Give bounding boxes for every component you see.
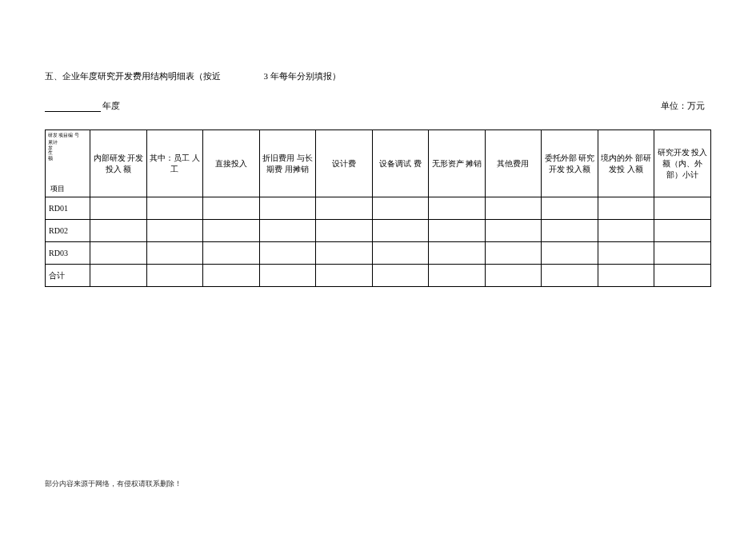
- cell: [146, 220, 203, 242]
- cell: [429, 242, 486, 265]
- sub-header-row: 年度 单位：万元: [45, 100, 711, 112]
- corner-header: 研发项目编 号 累计 发 生 额 项目: [46, 130, 90, 197]
- footer-note: 部分内容来源于网络，有侵权请联系删除！: [45, 479, 182, 489]
- corner-line2: 累计 发 生 额: [48, 141, 82, 161]
- cell: [316, 197, 373, 220]
- cell: [654, 265, 711, 287]
- cell: [429, 220, 486, 242]
- col-external-rd: 委托外部 研究开发 投入额: [542, 130, 598, 197]
- title-part1: 五、企业年度研究开发费用结构明细表（按近: [45, 71, 221, 81]
- cell: [429, 265, 486, 287]
- cell: [259, 242, 316, 265]
- cell: [485, 220, 542, 242]
- row-label-total: 合计: [46, 265, 90, 287]
- col-equipment-debug: 设备调试 费: [372, 130, 429, 197]
- cell: [372, 197, 429, 220]
- title-part2: 3 年每年分别填报）: [264, 71, 341, 81]
- cell: [90, 197, 147, 220]
- unit-label: 单位：万元: [661, 100, 705, 112]
- year-field: 年度: [45, 100, 120, 112]
- cell: [146, 197, 203, 220]
- cell: [259, 220, 316, 242]
- corner-bottom: 项目: [50, 184, 65, 194]
- table-row: RD01: [46, 197, 711, 220]
- cell: [259, 197, 316, 220]
- header-row: 研发项目编 号 累计 发 生 额 项目 内部研发 开发投入 额 其中：员工 人工…: [46, 130, 711, 197]
- cell: [485, 197, 542, 220]
- row-label-rd01: RD01: [46, 197, 90, 220]
- cell: [598, 220, 654, 242]
- corner-line1: 研发项目编 号: [48, 133, 83, 139]
- cell: [372, 242, 429, 265]
- cell: [598, 265, 654, 287]
- cell: [654, 242, 711, 265]
- row-label-rd03: RD03: [46, 242, 90, 265]
- cell: [259, 265, 316, 287]
- cell: [429, 197, 486, 220]
- col-domestic-external: 境内的外 部研发投 入额: [598, 130, 654, 197]
- year-suffix: 年度: [102, 100, 120, 112]
- col-labor: 其中：员工 人工: [146, 130, 203, 197]
- table-row: 合计: [46, 265, 711, 287]
- cell: [90, 220, 147, 242]
- table-row: RD03: [46, 242, 711, 265]
- year-underline: [45, 102, 101, 112]
- cell: [598, 242, 654, 265]
- cell: [146, 265, 203, 287]
- cell: [90, 242, 147, 265]
- cell: [316, 242, 373, 265]
- cell: [542, 242, 598, 265]
- col-direct-input: 直接投入: [203, 130, 260, 197]
- cell: [654, 220, 711, 242]
- cell: [203, 265, 260, 287]
- cell: [372, 265, 429, 287]
- cell: [542, 265, 598, 287]
- cell: [654, 197, 711, 220]
- col-internal-rd: 内部研发 开发投入 额: [90, 130, 147, 197]
- col-subtotal: 研究开发 投入额（内、外 部）小计: [654, 130, 711, 197]
- cell: [598, 197, 654, 220]
- cell: [203, 220, 260, 242]
- section-title: 五、企业年度研究开发费用结构明细表（按近 3 年每年分别填报）: [45, 70, 711, 82]
- cell: [316, 220, 373, 242]
- cell: [542, 220, 598, 242]
- cell: [316, 265, 373, 287]
- cell: [485, 242, 542, 265]
- table-row: RD02: [46, 220, 711, 242]
- cell: [90, 265, 147, 287]
- col-other-fee: 其他费用: [485, 130, 542, 197]
- col-intangible-amort: 无形资产 摊销: [429, 130, 486, 197]
- cell: [485, 265, 542, 287]
- cell: [203, 197, 260, 220]
- cell: [203, 242, 260, 265]
- cell: [542, 197, 598, 220]
- col-design-fee: 设计费: [316, 130, 373, 197]
- expense-table: 研发项目编 号 累计 发 生 额 项目 内部研发 开发投入 额 其中：员工 人工…: [45, 130, 711, 287]
- row-label-rd02: RD02: [46, 220, 90, 242]
- cell: [146, 242, 203, 265]
- col-depreciation: 折旧费用 与长期费 用摊销: [259, 130, 316, 197]
- cell: [372, 220, 429, 242]
